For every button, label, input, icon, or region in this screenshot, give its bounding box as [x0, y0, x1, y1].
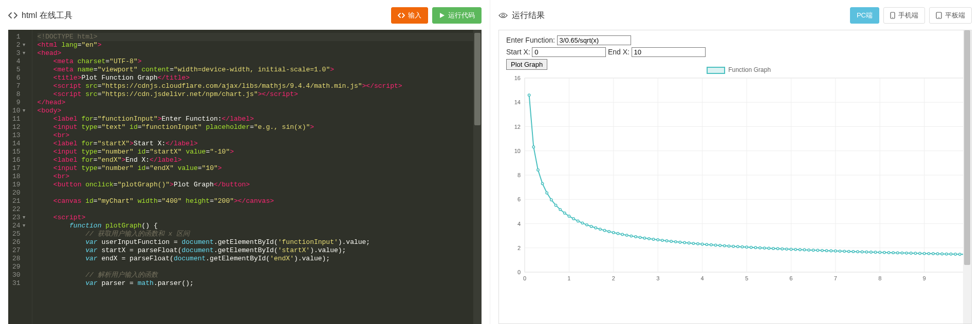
svg-point-112 — [821, 249, 823, 251]
svg-point-74 — [652, 238, 654, 240]
legend-swatch — [707, 67, 725, 74]
svg-text:12: 12 — [514, 123, 521, 129]
endx-label: End X: — [608, 48, 630, 56]
svg-point-134 — [919, 252, 921, 254]
svg-point-61 — [595, 226, 597, 228]
svg-point-66 — [617, 232, 619, 234]
svg-point-52 — [554, 204, 557, 206]
pc-view-button[interactable]: PC端 — [850, 7, 879, 24]
result-header: 运行结果 PC端 手机端 平板端 — [498, 6, 972, 25]
svg-point-107 — [799, 249, 801, 251]
svg-text:2: 2 — [612, 275, 615, 281]
svg-point-53 — [559, 208, 561, 211]
svg-point-77 — [665, 240, 668, 242]
svg-point-97 — [754, 246, 756, 249]
input-button[interactable]: 输入 — [391, 7, 428, 24]
svg-point-133 — [914, 252, 916, 254]
svg-point-122 — [865, 251, 867, 253]
svg-text:1: 1 — [567, 275, 570, 281]
code-icon — [398, 12, 405, 18]
svg-text:2: 2 — [517, 245, 521, 251]
svg-point-135 — [923, 252, 925, 254]
svg-point-72 — [643, 237, 645, 239]
tablet-view-button[interactable]: 平板端 — [929, 7, 972, 24]
editor-title: html 在线工具 — [8, 10, 72, 21]
svg-point-88 — [714, 244, 716, 246]
svg-point-70 — [635, 236, 637, 238]
svg-point-82 — [688, 242, 690, 244]
chart-area: Function Graph 0123456789100246810121416 — [506, 66, 971, 323]
svg-point-109 — [808, 249, 810, 251]
svg-point-129 — [897, 252, 899, 254]
result-body: Enter Function: Start X: End X: Plot Gra… — [498, 30, 972, 324]
mobile-view-button[interactable]: 手机端 — [883, 7, 925, 24]
svg-point-91 — [728, 245, 730, 247]
svg-point-143 — [959, 253, 961, 255]
startx-label: Start X: — [506, 48, 530, 56]
svg-point-118 — [848, 250, 850, 252]
svg-point-136 — [928, 252, 930, 254]
svg-point-111 — [817, 249, 819, 251]
svg-point-106 — [794, 248, 797, 250]
function-label: Enter Function: — [506, 36, 555, 44]
svg-point-132 — [910, 252, 912, 254]
startx-input[interactable] — [532, 47, 606, 57]
svg-point-95 — [746, 246, 748, 248]
function-input[interactable] — [557, 35, 631, 45]
svg-point-127 — [887, 252, 890, 254]
svg-point-84 — [697, 242, 699, 244]
svg-point-76 — [661, 239, 663, 241]
svg-point-65 — [613, 232, 615, 234]
svg-point-49 — [541, 182, 543, 184]
svg-point-99 — [763, 247, 765, 249]
svg-point-87 — [710, 243, 712, 245]
svg-point-119 — [852, 251, 854, 253]
svg-point-115 — [835, 250, 837, 252]
svg-point-63 — [603, 229, 605, 231]
svg-point-73 — [648, 237, 650, 239]
scrollbar-thumb[interactable] — [964, 30, 970, 265]
editor-title-text: html 在线工具 — [22, 10, 72, 21]
svg-point-117 — [843, 250, 845, 252]
svg-point-62 — [599, 228, 601, 230]
svg-point-83 — [692, 242, 694, 244]
scrollbar-thumb[interactable] — [474, 33, 480, 125]
svg-point-79 — [675, 240, 677, 242]
tablet-icon — [936, 12, 942, 19]
svg-point-93 — [737, 245, 739, 247]
editor-code[interactable]: <!DOCTYPE html><html lang="en"><head> <m… — [32, 30, 482, 324]
svg-point-123 — [870, 251, 872, 253]
play-icon — [439, 12, 445, 18]
result-scrollbar[interactable] — [963, 30, 971, 323]
svg-point-126 — [883, 251, 885, 253]
code-editor[interactable]: 12▾3▾45678910▾11121314151617181920212223… — [8, 30, 482, 324]
svg-point-54 — [564, 212, 566, 214]
svg-point-55 — [568, 215, 570, 217]
svg-point-116 — [839, 250, 841, 252]
svg-point-68 — [626, 234, 628, 236]
svg-text:4: 4 — [701, 275, 704, 281]
svg-point-47 — [532, 146, 534, 148]
svg-point-137 — [932, 253, 934, 255]
svg-point-59 — [586, 223, 588, 225]
svg-text:0: 0 — [523, 275, 526, 281]
eye-icon — [498, 12, 508, 19]
svg-point-110 — [812, 249, 814, 251]
legend-label: Function Graph — [728, 66, 771, 73]
svg-text:16: 16 — [514, 75, 521, 81]
svg-point-85 — [701, 243, 703, 245]
endx-input[interactable] — [632, 47, 706, 57]
svg-point-50 — [546, 192, 548, 194]
run-button-label: 运行代码 — [448, 11, 475, 20]
svg-text:6: 6 — [789, 275, 792, 281]
svg-point-139 — [941, 253, 943, 255]
svg-point-67 — [621, 233, 623, 235]
svg-point-78 — [670, 240, 672, 242]
svg-point-80 — [679, 241, 681, 243]
editor-scrollbar[interactable] — [473, 30, 482, 324]
svg-text:9: 9 — [923, 275, 926, 281]
svg-point-96 — [750, 246, 752, 248]
result-title-text: 运行结果 — [512, 10, 545, 21]
run-button[interactable]: 运行代码 — [432, 7, 482, 24]
svg-point-60 — [590, 225, 592, 227]
